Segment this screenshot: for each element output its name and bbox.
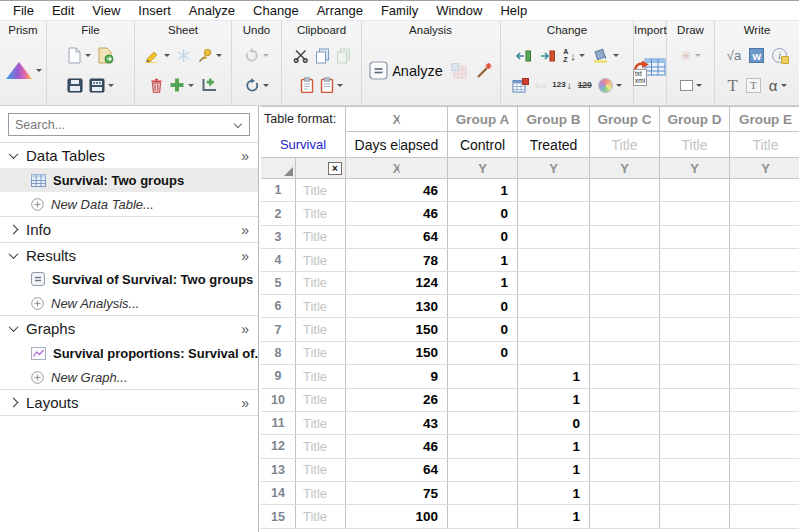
double-chevron-icon[interactable]: » <box>241 222 248 238</box>
section-header-data-tables[interactable]: Data Tables » <box>0 143 258 168</box>
cell-group-b[interactable]: 1 <box>518 435 590 457</box>
delete-sheet-button[interactable] <box>150 78 163 93</box>
menu-item-window[interactable]: Window <box>427 3 491 18</box>
cell-group-b[interactable]: 1 <box>518 389 590 411</box>
cell-group-b[interactable] <box>518 249 590 270</box>
row-title-cell[interactable]: Title <box>296 295 346 317</box>
row-title-cell[interactable]: Title <box>296 179 346 201</box>
cell-group-d[interactable] <box>660 226 730 248</box>
sidebar-item-survival-proportions-graph[interactable]: Survival proportions: Survival of... <box>0 341 258 365</box>
cell-group-b[interactable]: 0 <box>518 412 590 434</box>
row-title-cell[interactable]: Title <box>296 482 346 504</box>
cell-group-e[interactable] <box>730 365 799 387</box>
cell-group-e[interactable] <box>730 342 799 364</box>
cell-group-a[interactable]: 0 <box>448 318 518 340</box>
color-scheme-button[interactable] <box>598 78 622 93</box>
cell-group-a[interactable] <box>448 412 518 434</box>
cell-group-c[interactable] <box>590 389 660 411</box>
duplicate-button[interactable] <box>336 48 351 64</box>
sidebar-item-survival-two-groups[interactable]: Survival: Two groups <box>0 168 258 192</box>
row-title-cell[interactable]: Title <box>296 412 346 434</box>
copy-button[interactable] <box>315 48 330 64</box>
greek-letter-button[interactable]: α <box>769 78 787 93</box>
cell-group-c[interactable] <box>590 435 660 457</box>
cell-group-d[interactable] <box>660 249 730 270</box>
date-format-button[interactable] <box>512 78 529 93</box>
equation-button[interactable]: √a <box>727 48 741 63</box>
cell-group-d[interactable] <box>660 202 730 224</box>
cell-group-e[interactable] <box>730 482 799 504</box>
cell-x[interactable]: 75 <box>346 482 448 504</box>
cell-group-d[interactable] <box>660 272 730 294</box>
double-chevron-icon[interactable]: » <box>241 395 248 411</box>
cell-group-b[interactable]: 1 <box>518 505 590 527</box>
analyze-button[interactable]: Analyze <box>369 61 443 80</box>
menu-item-edit[interactable]: Edit <box>43 3 83 18</box>
cell-group-e[interactable] <box>730 295 799 317</box>
deselect-button[interactable]: × <box>328 162 342 175</box>
cell-group-d[interactable] <box>660 342 730 364</box>
cell-group-b[interactable]: 1 <box>518 459 590 481</box>
menu-item-help[interactable]: Help <box>491 3 536 18</box>
menu-item-family[interactable]: Family <box>372 3 427 18</box>
cell-group-d[interactable] <box>660 505 730 527</box>
word-export-button[interactable]: w <box>749 48 764 63</box>
cell-group-a[interactable]: 0 <box>448 226 518 248</box>
cell-group-c[interactable] <box>590 179 660 201</box>
interpolate-wand-button[interactable] <box>475 62 493 79</box>
text-box-button[interactable]: T <box>746 78 761 93</box>
section-header-results[interactable]: Results » <box>0 243 258 267</box>
cell-group-d[interactable] <box>660 435 730 457</box>
row-title-cell[interactable]: Title <box>296 365 346 387</box>
cell-group-a[interactable]: 1 <box>448 249 518 270</box>
sidebar-item-new-graph[interactable]: New Graph... <box>0 365 258 389</box>
sidebar-item-survival-results[interactable]: Survival of Survival: Two groups <box>0 267 258 291</box>
cell-group-b[interactable] <box>518 295 590 317</box>
row-title-cell[interactable]: Title <box>296 249 346 270</box>
cell-group-c[interactable] <box>590 226 660 248</box>
cut-button[interactable] <box>293 49 309 63</box>
double-chevron-icon[interactable]: » <box>241 148 248 164</box>
pin-sheet-button[interactable] <box>197 48 222 63</box>
new-related-sheet-button[interactable] <box>200 78 217 93</box>
open-file-button[interactable] <box>97 47 114 64</box>
cell-group-b[interactable] <box>518 226 590 248</box>
cell-group-a[interactable] <box>448 482 518 504</box>
save-special-button[interactable] <box>89 78 114 93</box>
cell-x[interactable]: 124 <box>346 272 448 294</box>
row-title-cell[interactable]: Title <box>296 435 346 457</box>
cell-group-c[interactable] <box>590 342 660 364</box>
section-header-graphs[interactable]: Graphs » <box>0 316 258 341</box>
cell-group-a[interactable] <box>448 505 518 527</box>
cell-group-c[interactable] <box>590 202 660 224</box>
draw-star-button[interactable]: ✳ <box>680 49 701 63</box>
undo-button[interactable] <box>244 78 269 93</box>
import-data-button[interactable]: txt xml <box>633 56 667 86</box>
highlight-sheet-button[interactable] <box>144 48 170 63</box>
row-title-cell[interactable]: Title <box>296 459 346 481</box>
row-title-cell[interactable]: Title <box>296 226 346 248</box>
cell-group-e[interactable] <box>730 249 799 270</box>
text-large-button[interactable]: T <box>727 77 737 94</box>
cell-group-c[interactable] <box>590 505 660 527</box>
cell-group-e[interactable] <box>730 412 799 434</box>
row-title-cell[interactable]: Title <box>296 342 346 364</box>
sidebar-item-new-analysis[interactable]: New Analysis... <box>0 291 258 315</box>
cell-group-d[interactable] <box>660 295 730 317</box>
cell-group-d[interactable] <box>660 365 730 387</box>
cell-group-a[interactable]: 1 <box>448 272 518 294</box>
paste-button[interactable] <box>300 77 314 93</box>
insert-right-button[interactable] <box>539 49 556 63</box>
cell-x[interactable]: 100 <box>346 505 448 527</box>
cell-group-e[interactable] <box>730 318 799 340</box>
cell-x[interactable]: 43 <box>346 412 448 434</box>
menu-item-insert[interactable]: Insert <box>129 3 180 18</box>
cell-group-a[interactable] <box>448 435 518 457</box>
cell-group-b[interactable] <box>518 179 590 201</box>
column-header-group-b[interactable]: Group B Treated <box>518 107 590 157</box>
info-note-button[interactable]: i <box>772 48 787 63</box>
cell-group-e[interactable] <box>730 389 799 411</box>
cell-group-b[interactable] <box>518 342 590 364</box>
cell-group-b[interactable] <box>518 202 590 224</box>
draw-shape-button[interactable] <box>680 80 702 91</box>
